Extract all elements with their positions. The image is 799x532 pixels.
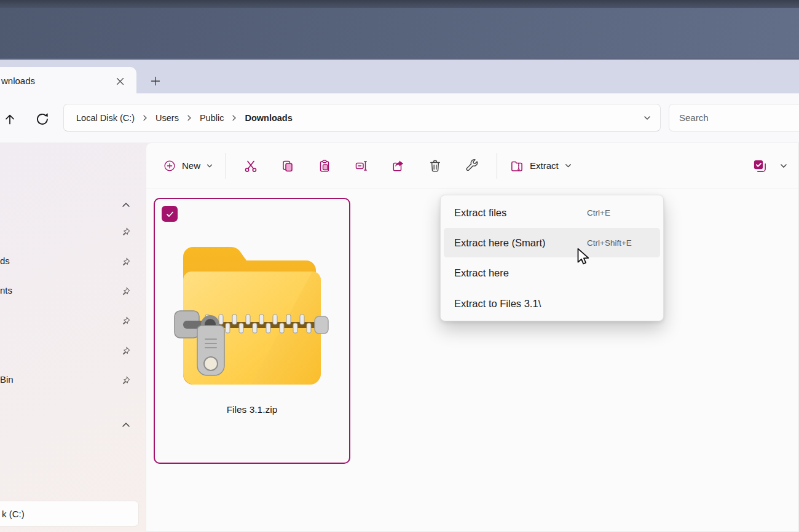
toolbar-divider [226, 153, 226, 179]
chevron-down-icon [564, 162, 572, 170]
mouse-cursor [573, 248, 592, 268]
rename-icon [354, 158, 369, 173]
refresh-button[interactable] [33, 109, 52, 129]
breadcrumb-users[interactable]: Users [152, 111, 183, 125]
plus-icon [151, 76, 160, 86]
paste-button[interactable] [311, 154, 338, 178]
menu-item-label: Extract here [454, 267, 509, 279]
zip-folder-icon [170, 221, 334, 398]
toolbar-divider [497, 153, 497, 179]
new-button[interactable]: New [157, 154, 219, 178]
pin-icon[interactable] [120, 286, 132, 297]
pin-icon[interactable] [120, 226, 132, 238]
breadcrumb-public[interactable]: Public [196, 111, 228, 125]
menu-item-label: Extract to Files 3.1\ [454, 298, 541, 310]
tools-button[interactable] [459, 154, 486, 178]
new-button-label: New [182, 160, 200, 171]
pin-icon[interactable] [120, 256, 132, 268]
breadcrumb-local-disk[interactable]: Local Disk (C:) [73, 111, 138, 125]
extract-zip-folder-icon [510, 158, 524, 173]
extract-button[interactable]: Extract [503, 154, 578, 178]
sidebar-item-label[interactable]: Bin [0, 374, 14, 385]
section-collapse-chevron-up-icon[interactable] [120, 420, 132, 431]
close-tab-icon[interactable] [112, 73, 128, 89]
section-collapse-chevron-up-icon[interactable] [120, 200, 132, 211]
paste-icon [317, 158, 332, 173]
up-button[interactable] [0, 109, 20, 129]
extract-dropdown-menu: Extract files Ctrl+E Extract here (Smart… [440, 195, 664, 321]
cut-button[interactable] [237, 154, 264, 178]
refresh-icon [34, 111, 50, 127]
rename-button[interactable] [348, 154, 375, 178]
tab-downloads[interactable]: wnloads [0, 67, 136, 95]
search-input[interactable] [679, 112, 795, 123]
chevron-down-icon[interactable] [779, 162, 788, 170]
menu-item-extract-here[interactable]: Extract here [441, 257, 663, 288]
chevron-right-icon [183, 115, 196, 121]
copy-button[interactable] [274, 154, 301, 178]
new-tab-button[interactable] [146, 72, 165, 90]
drive-label: k (C:) [2, 509, 25, 519]
file-explorer-window: wnloads Local Disk (C:) Users [0, 58, 799, 532]
tab-title: wnloads [1, 76, 35, 86]
pin-icon[interactable] [120, 375, 132, 386]
file-tile-files-zip[interactable]: Files 3.1.zip [154, 198, 350, 464]
window-body: ds nts Bin k (C:) e [0, 143, 799, 532]
menu-item-label: Extract files [454, 207, 506, 219]
wrench-icon [465, 158, 479, 173]
check-icon [165, 209, 175, 219]
share-icon [391, 158, 406, 173]
pin-icon[interactable] [120, 345, 132, 357]
navigation-bar: Local Disk (C:) Users Public Downloads [0, 93, 799, 143]
share-button[interactable] [385, 154, 412, 178]
chevron-down-icon [206, 162, 213, 170]
tab-strip: wnloads [0, 58, 799, 93]
selection-toggle-icon [752, 158, 768, 174]
menu-item-extract-here-smart[interactable]: Extract here (Smart) Ctrl+Shift+E [444, 228, 660, 257]
sidebar: ds nts Bin k (C:) e [0, 143, 146, 532]
address-bar[interactable]: Local Disk (C:) Users Public Downloads [63, 104, 661, 131]
menu-item-extract-to-folder[interactable]: Extract to Files 3.1\ [441, 288, 663, 319]
pin-icon[interactable] [120, 315, 132, 327]
command-toolbar: New [146, 143, 799, 189]
search-box[interactable] [669, 104, 799, 131]
sidebar-item-drive-c[interactable]: k (C:) [0, 501, 139, 526]
extract-button-label: Extract [530, 160, 559, 171]
trash-icon [428, 158, 443, 173]
sidebar-item-label[interactable]: nts [0, 285, 12, 295]
breadcrumb-downloads[interactable]: Downloads [241, 111, 296, 125]
menu-item-shortcut: Ctrl+E [587, 208, 650, 217]
delete-button[interactable] [422, 154, 449, 178]
file-name: Files 3.1.zip [155, 404, 349, 415]
selected-checkbox[interactable] [162, 206, 178, 222]
menu-item-extract-files[interactable]: Extract files Ctrl+E [441, 197, 663, 228]
chevron-right-icon [227, 115, 241, 121]
plus-circle-icon [163, 159, 176, 173]
scissors-icon [243, 158, 258, 173]
desktop: wnloads Local Disk (C:) Users [0, 0, 799, 532]
menu-item-shortcut: Ctrl+Shift+E [587, 238, 650, 248]
arrow-up-icon [2, 112, 17, 127]
chevron-right-icon [138, 115, 152, 121]
menu-item-label: Extract here (Smart) [454, 237, 546, 249]
address-dropdown-chevron-icon[interactable] [643, 114, 651, 122]
sidebar-item-label[interactable]: ds [0, 256, 10, 266]
selection-options-button[interactable] [746, 154, 773, 178]
copy-icon [280, 158, 295, 173]
